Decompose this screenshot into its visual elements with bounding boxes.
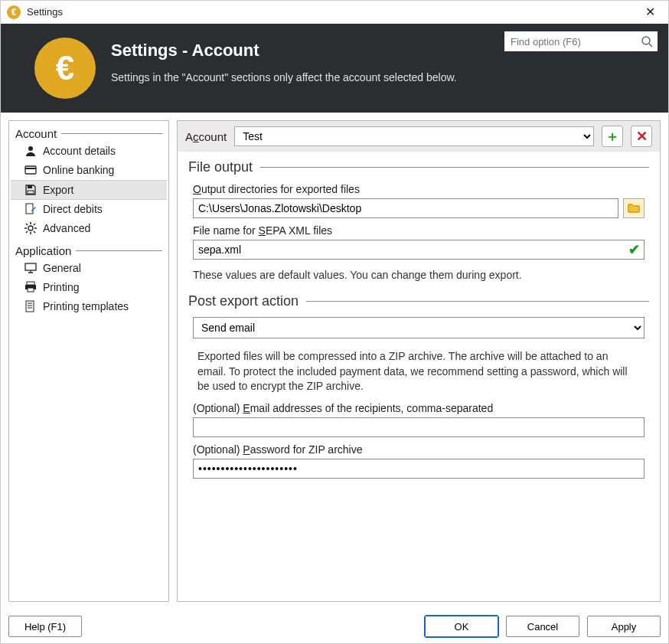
output-dir-label: Output directories for exported files (193, 183, 645, 195)
svg-line-1 (649, 44, 652, 47)
monitor-icon (24, 262, 37, 274)
section-title: File output (188, 159, 253, 175)
sidebar-group-application: Application (11, 243, 167, 259)
close-icon[interactable]: ✕ (635, 1, 665, 24)
add-account-button[interactable]: ＋ (602, 126, 623, 147)
find-option-input[interactable] (509, 35, 641, 48)
banner-euro-icon: € (34, 38, 96, 99)
sidebar: Account Account details Online banking E… (8, 120, 169, 602)
sidebar-item-account-details[interactable]: Account details (11, 142, 167, 161)
svg-rect-17 (25, 263, 36, 270)
sepa-filename-input[interactable] (193, 240, 645, 260)
sidebar-item-online-banking[interactable]: Online banking (11, 161, 167, 180)
output-dir-input[interactable] (193, 198, 618, 218)
search-icon (641, 35, 653, 47)
account-select[interactable]: Test (234, 126, 594, 146)
sidebar-item-label: Printing (43, 281, 79, 293)
banner-sub: Settings in the "Account" sections only … (111, 71, 653, 83)
help-button[interactable]: Help (F1) (8, 616, 82, 637)
post-export-desc: Exported files will be compressed into a… (197, 349, 637, 394)
printer-icon (24, 281, 37, 293)
sidebar-item-label: Export (43, 184, 73, 196)
sidebar-item-general[interactable]: General (11, 259, 167, 278)
sidebar-item-label: Advanced (43, 222, 90, 234)
window-title: Settings (27, 6, 635, 18)
svg-rect-7 (26, 204, 33, 214)
svg-rect-3 (25, 166, 36, 174)
banner: € Settings - Account Settings in the "Ac… (1, 24, 668, 113)
gear-icon (24, 222, 37, 234)
find-option-box[interactable] (504, 31, 658, 51)
svg-line-14 (34, 231, 35, 233)
titlebar: € Settings ✕ (1, 1, 668, 24)
svg-rect-6 (28, 191, 34, 194)
sidebar-group-account: Account (11, 126, 167, 142)
sidebar-item-label: Online banking (43, 164, 114, 176)
sidebar-item-label: General (43, 262, 81, 274)
account-bar: Account Test ＋ ✕ (178, 121, 660, 152)
sidebar-item-direct-debits[interactable]: Direct debits (11, 200, 167, 219)
card-icon (24, 164, 37, 176)
svg-point-8 (28, 226, 33, 230)
svg-rect-22 (28, 288, 34, 292)
section-title: Post export action (188, 293, 299, 309)
template-icon (24, 300, 37, 312)
sidebar-item-printing-templates[interactable]: Printing templates (11, 297, 167, 316)
svg-rect-23 (26, 301, 34, 312)
ok-button[interactable]: OK (425, 616, 498, 637)
footer: Help (F1) OK Cancel Apply (1, 610, 668, 643)
svg-rect-4 (25, 168, 36, 169)
post-export-action-select[interactable]: Send email (193, 317, 645, 338)
delete-account-button[interactable]: ✕ (631, 126, 652, 147)
sidebar-item-export[interactable]: Export (11, 180, 167, 200)
file-output-note: These values are default values. You can… (193, 269, 645, 281)
save-icon (24, 184, 37, 196)
email-recipients-label: (Optional) Email addresses of the recipi… (193, 402, 645, 414)
section-post-export: Post export action Send email Exported f… (178, 286, 660, 479)
content-panel: Account Test ＋ ✕ File output Output dire… (177, 120, 661, 602)
browse-folder-button[interactable] (623, 198, 645, 218)
user-icon (24, 145, 37, 157)
svg-line-15 (34, 224, 35, 225)
svg-rect-5 (28, 185, 32, 188)
sidebar-item-printing[interactable]: Printing (11, 278, 167, 297)
sidebar-item-label: Direct debits (43, 203, 103, 215)
zip-password-input[interactable] (193, 459, 645, 479)
svg-point-0 (642, 37, 650, 44)
section-file-output: File output Output directories for expor… (178, 152, 660, 281)
account-bar-label: Account (185, 130, 227, 143)
sidebar-item-label: Account details (43, 145, 116, 157)
email-recipients-input[interactable] (193, 417, 645, 437)
sepa-filename-label: File name for SEPA XML files (193, 224, 645, 237)
svg-point-2 (28, 146, 33, 151)
sidebar-item-label: Printing templates (43, 300, 129, 312)
edit-doc-icon (24, 203, 37, 215)
svg-line-13 (26, 224, 28, 225)
svg-rect-20 (27, 282, 34, 285)
svg-line-16 (26, 231, 28, 233)
sidebar-item-advanced[interactable]: Advanced (11, 219, 167, 238)
zip-password-label: (Optional) Password for ZIP archive (193, 443, 645, 456)
cancel-button[interactable]: Cancel (506, 616, 579, 637)
app-euro-icon: € (7, 5, 21, 19)
apply-button[interactable]: Apply (587, 616, 661, 637)
